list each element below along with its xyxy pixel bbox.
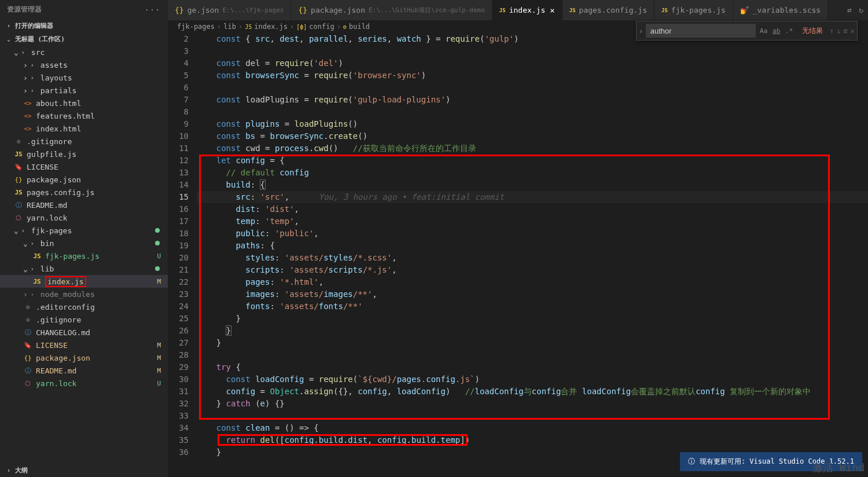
tree-item-index-html[interactable]: <>index.html xyxy=(0,122,168,135)
json-icon: {} xyxy=(23,353,32,362)
js-icon: JS xyxy=(661,8,668,13)
tree-item-fjk-pages[interactable]: ⌄ ›fjk-pages xyxy=(0,224,168,237)
code-line-24[interactable]: fonts: 'assets/fonts/**' xyxy=(197,300,868,313)
tree-item-layouts[interactable]: › ›layouts xyxy=(0,71,168,84)
code-line-7[interactable]: const loadPlugins = require('gulp-load-p… xyxy=(197,94,868,106)
git-dot xyxy=(155,266,160,271)
tree-item-lib[interactable]: ⌄ ›lib xyxy=(0,262,168,275)
code-line-23[interactable]: images: 'assets/images/**', xyxy=(197,288,868,300)
tab-ge-json[interactable]: {}ge.jsonE:\...\fjk-pages xyxy=(168,0,291,20)
code-line-19[interactable]: paths: { xyxy=(197,240,868,252)
code-line-31[interactable]: config = Object.assign({}, config, loadC… xyxy=(197,386,868,398)
tree-item-license[interactable]: 🔖LICENSE xyxy=(0,160,168,173)
match-case-icon[interactable]: Aa xyxy=(758,25,770,36)
code-line-22[interactable]: pages: '*.html', xyxy=(197,276,868,288)
code-line-20[interactable]: styles: 'assets/styles/*.scss', xyxy=(197,252,868,264)
code-line-25[interactable]: } xyxy=(197,313,868,325)
tree-item--gitignore[interactable]: ⚙.gitignore xyxy=(0,313,168,326)
code-line-4[interactable]: const del = require('del') xyxy=(197,57,868,69)
close-icon[interactable]: × xyxy=(550,6,554,15)
refresh-icon[interactable]: ↻ xyxy=(859,6,863,14)
folder-icon: › xyxy=(19,47,28,57)
breadcrumb-item[interactable]: config xyxy=(309,23,334,31)
chevron-right-icon: › xyxy=(7,467,13,474)
code-line-28[interactable] xyxy=(197,349,868,361)
code-line-16[interactable]: dist: 'dist', xyxy=(197,203,868,215)
code-line-32[interactable]: } catch (e) {} xyxy=(197,398,868,410)
outline-section[interactable]: › 大纲 xyxy=(0,464,168,477)
tree-item-src[interactable]: ⌄ ›src xyxy=(0,46,168,58)
code-line-18[interactable]: public: 'public', xyxy=(197,228,868,240)
code-line-35[interactable]: return del([config.build.dist, config.bu… xyxy=(197,434,868,446)
tree-item-yarn-lock[interactable]: ⬡yarn.lock xyxy=(0,211,168,224)
code-line-10[interactable]: const bs = browserSync.create() xyxy=(197,130,868,142)
tree-item-index-js[interactable]: JSindex.jsM xyxy=(0,275,168,288)
tree-item-gulpfile-js[interactable]: JSgulpfile.js xyxy=(0,148,168,160)
git-status: M xyxy=(157,278,163,285)
tree-item-package-json[interactable]: {}package.json xyxy=(0,173,168,186)
code-line-27[interactable]: } xyxy=(197,337,868,349)
chevron-right-icon[interactable]: › xyxy=(637,27,646,35)
tree-item-features-html[interactable]: <>features.html xyxy=(0,109,168,122)
close-icon[interactable]: ✕ xyxy=(850,27,855,35)
code-line-14[interactable]: build: { xyxy=(197,179,868,191)
tree-item-license[interactable]: 🔖LICENSEM xyxy=(0,339,168,351)
code-line-21[interactable]: scripts: 'assets/scripts/*.js', xyxy=(197,264,868,276)
chevron-down-icon: ⌄ xyxy=(7,36,13,42)
tab-fjk-pages-js[interactable]: JSfjk-pages.js xyxy=(654,0,733,20)
breadcrumb-item[interactable]: lib xyxy=(223,23,236,31)
code-line-12[interactable]: let config = { xyxy=(197,155,868,167)
tree-item-assets[interactable]: › ›assets xyxy=(0,58,168,71)
prev-icon[interactable]: ↑ xyxy=(830,27,834,35)
code-line-6[interactable] xyxy=(197,82,868,94)
code-line-26[interactable]: } xyxy=(197,325,868,337)
code-line-33[interactable] xyxy=(197,410,868,422)
whole-word-icon[interactable]: ab xyxy=(771,25,782,36)
js-icon: JS xyxy=(569,8,576,13)
tree-item-about-html[interactable]: <>about.html xyxy=(0,97,168,109)
tree-item--editorconfig[interactable]: ⚙.editorconfig xyxy=(0,300,168,313)
code-line-17[interactable]: temp: 'temp', xyxy=(197,215,868,228)
tree-item--gitignore[interactable]: ⚙.gitignore xyxy=(0,135,168,148)
code-line-30[interactable]: const loadConfig = require(`${cwd}/pages… xyxy=(197,373,868,386)
tree-item-readme-md[interactable]: ⓘREADME.md xyxy=(0,199,168,211)
next-icon[interactable]: ↓ xyxy=(837,27,841,35)
workspace-section[interactable]: ⌄ 无标题 (工作区) xyxy=(0,32,168,46)
more-icon[interactable]: ··· xyxy=(145,6,161,14)
tab-pages-config-js[interactable]: JSpages.config.js xyxy=(562,0,654,20)
tree-item-readme-md[interactable]: ⓘREADME.mdM xyxy=(0,364,168,377)
editor[interactable]: 2345678910111213141516171819202122232425… xyxy=(168,33,868,477)
tab--variables-scss[interactable]: 💅_variables.scss xyxy=(733,0,828,20)
tree-item-changelog-md[interactable]: ⓘCHANGELOG.md xyxy=(0,326,168,339)
code-line-13[interactable]: // default config xyxy=(197,167,868,179)
code-line-9[interactable]: const plugins = loadPlugins() xyxy=(197,118,868,130)
gear-icon: ⚙ xyxy=(23,315,32,324)
tree-item-package-json[interactable]: {}package.jsonM xyxy=(0,351,168,364)
tree-item-yarn-lock[interactable]: ⬡yarn.lockU xyxy=(0,377,168,390)
code-line-34[interactable]: const clean = () => { xyxy=(197,422,868,434)
tab-index-js[interactable]: JSindex.js× xyxy=(492,0,562,20)
code-line-15[interactable]: src: 'src', You, 3 hours ago • feat:init… xyxy=(197,191,868,203)
tree-item-partials[interactable]: › ›partials xyxy=(0,84,168,97)
regex-icon[interactable]: .* xyxy=(784,25,795,36)
explorer-sidebar: 资源管理器 ··· › 打开的编辑器 ⌄ 无标题 (工作区) ⌄ ›src› ›… xyxy=(0,0,168,477)
breadcrumb-item[interactable]: index.js xyxy=(254,23,288,31)
tree-item-fjk-pages-js[interactable]: JSfjk-pages.jsU xyxy=(0,249,168,262)
tree-item-node-modules[interactable]: › ›node_modules xyxy=(0,288,168,300)
watermark: 激活 Wind xyxy=(812,461,865,475)
code-line-11[interactable]: const cwd = process.cwd() //获取当前命令行所在的工作… xyxy=(197,142,868,155)
tab-package-json[interactable]: {}package.jsonE:\...\GitHub项目\zce-gulp-d… xyxy=(291,0,492,20)
selection-icon[interactable]: ≡ xyxy=(843,27,848,35)
search-input[interactable] xyxy=(646,24,756,38)
code-area[interactable]: const { src, dest, parallel, series, wat… xyxy=(197,33,868,477)
breadcrumb-item[interactable]: build xyxy=(349,23,370,31)
code-line-3[interactable] xyxy=(197,45,868,57)
open-editors-section[interactable]: › 打开的编辑器 xyxy=(0,19,168,32)
tree-item-bin[interactable]: ⌄ ›bin xyxy=(0,237,168,249)
tree-item-pages-config-js[interactable]: JSpages.config.js xyxy=(0,186,168,199)
code-line-5[interactable]: const browserSync = require('browser-syn… xyxy=(197,69,868,82)
code-line-8[interactable] xyxy=(197,106,868,118)
compare-icon[interactable]: ⇄ xyxy=(847,6,852,14)
breadcrumb-item[interactable]: fjk-pages xyxy=(177,23,215,31)
code-line-29[interactable]: try { xyxy=(197,361,868,373)
